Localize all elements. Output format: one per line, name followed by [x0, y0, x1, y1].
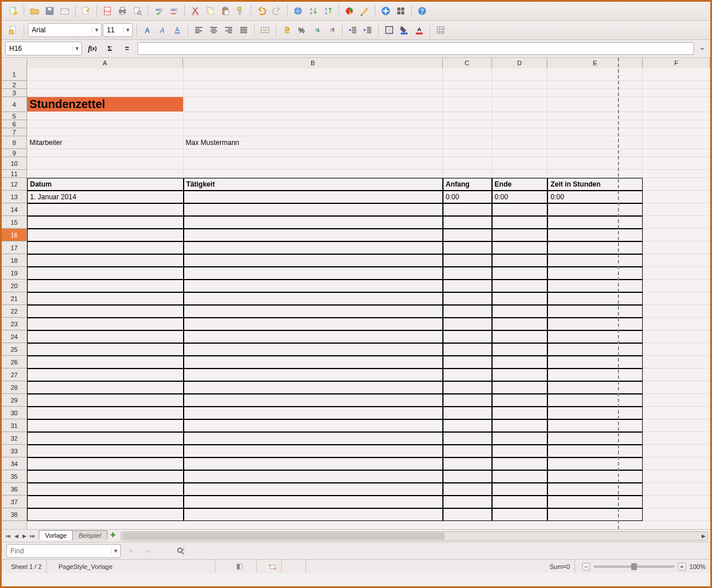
row-header[interactable]: 14	[2, 203, 27, 216]
cell[interactable]	[643, 203, 710, 216]
cell[interactable]	[643, 369, 710, 381]
cell[interactable]	[184, 343, 443, 356]
row-header[interactable]: 9	[2, 149, 27, 157]
cell[interactable]	[443, 356, 492, 369]
column-header[interactable]: E	[547, 58, 643, 68]
cell[interactable]	[443, 241, 492, 254]
cell[interactable]	[643, 445, 710, 457]
cell[interactable]	[547, 216, 643, 229]
cell[interactable]	[643, 343, 710, 356]
cell[interactable]	[443, 445, 492, 457]
cell[interactable]	[184, 254, 443, 267]
employee-label[interactable]: Mitarbeiter	[27, 136, 184, 149]
cell[interactable]	[492, 470, 548, 483]
row-header[interactable]: 4	[2, 97, 27, 112]
cell[interactable]	[27, 280, 184, 292]
cell[interactable]	[492, 419, 548, 432]
horizontal-scrollbar[interactable]: ◀▶	[121, 531, 708, 541]
cell[interactable]	[492, 267, 548, 280]
cut-button[interactable]	[188, 4, 202, 18]
row-header[interactable]: 24	[2, 330, 27, 343]
cell[interactable]	[443, 330, 492, 343]
cell[interactable]	[184, 445, 443, 457]
cell[interactable]	[643, 508, 710, 521]
sheet-tab-inactive[interactable]: Beispiel	[72, 530, 107, 540]
paste-button[interactable]	[218, 4, 232, 18]
row-header[interactable]: 26	[2, 356, 27, 369]
cell[interactable]	[27, 254, 184, 267]
cell[interactable]	[184, 203, 443, 216]
col-end[interactable]: Ende	[492, 178, 548, 191]
cell[interactable]	[547, 508, 643, 521]
grid-lines-button[interactable]	[434, 23, 448, 37]
cell[interactable]	[547, 483, 643, 496]
cell[interactable]	[643, 229, 710, 241]
cell[interactable]	[547, 292, 643, 305]
merge-cells-button[interactable]	[258, 23, 272, 37]
show-draw-button[interactable]	[357, 4, 371, 18]
cell[interactable]	[643, 394, 710, 407]
underline-button[interactable]: A	[170, 23, 184, 37]
col-activity[interactable]: Tätigkeit	[184, 178, 443, 191]
cell[interactable]	[492, 407, 548, 419]
col-date[interactable]: Datum	[27, 178, 184, 191]
cell[interactable]	[547, 330, 643, 343]
decrease-indent-button[interactable]	[346, 23, 360, 37]
cell[interactable]	[643, 254, 710, 267]
row-header[interactable]: 22	[2, 305, 27, 318]
column-header[interactable]: F	[643, 58, 710, 68]
row-header[interactable]: 33	[2, 445, 27, 457]
format-paintbrush-button[interactable]	[233, 4, 247, 18]
font-color-button[interactable]: A	[412, 23, 426, 37]
find-next-button[interactable]	[141, 544, 155, 558]
status-insert-mode[interactable]	[222, 560, 257, 573]
cell[interactable]	[547, 318, 643, 330]
row-header[interactable]: 12	[2, 178, 27, 191]
cell[interactable]	[492, 381, 548, 394]
cell[interactable]	[27, 356, 184, 369]
cell[interactable]	[27, 432, 184, 445]
cell[interactable]	[492, 305, 548, 318]
row-header[interactable]: 19	[2, 267, 27, 280]
sort-desc-button[interactable]: ZA	[321, 4, 335, 18]
cell[interactable]	[443, 419, 492, 432]
row-header[interactable]: 17	[2, 241, 27, 254]
cell[interactable]	[643, 292, 710, 305]
cell[interactable]	[184, 470, 443, 483]
zoom-in-button[interactable]: +	[678, 563, 686, 571]
find-combo[interactable]: ▼	[6, 544, 121, 558]
cell[interactable]	[27, 305, 184, 318]
row-header[interactable]: 32	[2, 432, 27, 445]
chart-button[interactable]	[342, 4, 356, 18]
edit-doc-button[interactable]	[79, 4, 93, 18]
cell[interactable]	[643, 432, 710, 445]
cell[interactable]	[547, 229, 643, 241]
cell[interactable]	[492, 483, 548, 496]
cell[interactable]	[547, 267, 643, 280]
cell[interactable]	[643, 381, 710, 394]
row-header[interactable]: 6	[2, 120, 27, 128]
cell[interactable]	[443, 318, 492, 330]
cell[interactable]	[492, 457, 548, 470]
cell[interactable]	[643, 305, 710, 318]
cell[interactable]	[443, 305, 492, 318]
cell[interactable]	[443, 343, 492, 356]
cell[interactable]	[184, 432, 443, 445]
print-preview-button[interactable]	[131, 4, 144, 18]
expand-formula-button[interactable]	[698, 42, 707, 55]
cell[interactable]	[547, 381, 643, 394]
cell[interactable]	[547, 241, 643, 254]
name-box[interactable]: ▼	[5, 42, 82, 55]
help-button[interactable]: ?	[415, 4, 429, 18]
sum-button[interactable]: Σ	[103, 42, 117, 55]
cell[interactable]	[184, 407, 443, 419]
row-header[interactable]: 36	[2, 483, 27, 496]
cell[interactable]	[27, 508, 184, 521]
cell[interactable]	[27, 457, 184, 470]
cell[interactable]	[184, 483, 443, 496]
align-center-button[interactable]	[207, 23, 221, 37]
cell[interactable]	[27, 470, 184, 483]
column-header[interactable]: C	[443, 58, 492, 68]
navigator-button[interactable]	[379, 4, 393, 18]
cell[interactable]	[443, 292, 492, 305]
